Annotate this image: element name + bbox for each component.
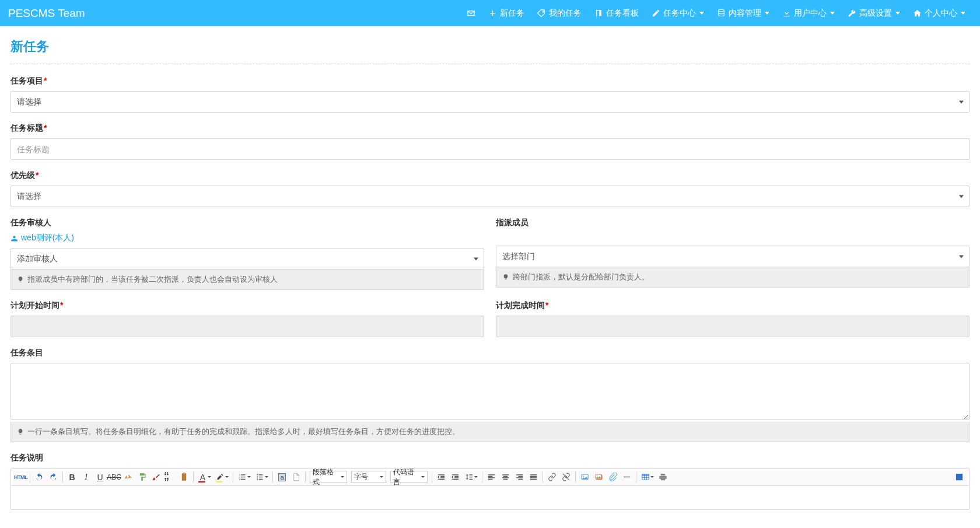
label-text: 任务标题 — [10, 123, 43, 132]
paragraph-format-select[interactable]: 段落格式 — [310, 471, 347, 483]
nav-task-center[interactable]: 任务中心 — [645, 0, 710, 26]
nav-label: 高级设置 — [859, 8, 892, 19]
plan-end-input[interactable] — [496, 316, 970, 337]
brand: PESCMS Team — [8, 7, 85, 20]
reviewer-link-text: web测评(本人) — [21, 233, 74, 243]
reviewer-self-link[interactable]: web测评(本人) — [10, 233, 74, 243]
format-painter-button[interactable] — [136, 471, 148, 483]
code-lang-select[interactable]: 代码语言 — [390, 471, 428, 483]
dept-select[interactable]: 选择部门 — [496, 246, 970, 267]
svg-point-2 — [257, 474, 258, 475]
add-reviewer-select[interactable]: 添加审核人 — [10, 248, 484, 270]
quote-button[interactable]: “ ” — [164, 471, 176, 483]
indent-left-button[interactable] — [435, 471, 447, 483]
line-height-button[interactable] — [463, 471, 475, 483]
tags-icon — [537, 9, 546, 18]
svg-rect-10 — [624, 477, 630, 477]
select-all-button[interactable]: a — [276, 471, 288, 483]
label-plan-end: 计划完成时间* — [496, 300, 970, 311]
image-multi-button[interactable] — [593, 471, 605, 483]
horizontal-rule-button[interactable] — [621, 471, 633, 483]
nav-user-center[interactable]: 用户中心 — [776, 0, 841, 26]
chevron-down-icon — [961, 12, 965, 15]
label-plan-start: 计划开始时间* — [10, 300, 484, 311]
required-asterisk: * — [60, 300, 63, 310]
unlink-button[interactable] — [560, 471, 572, 483]
strikethrough-button[interactable]: ABC — [108, 471, 120, 483]
user-icon — [10, 235, 18, 242]
nav-label: 任务看板 — [606, 8, 639, 19]
nav-personal-center[interactable]: 个人中心 — [907, 0, 972, 26]
svg-point-3 — [257, 477, 258, 478]
items-textarea[interactable] — [10, 363, 970, 420]
required-asterisk: * — [36, 170, 38, 180]
label-text: 计划完成时间 — [496, 300, 545, 310]
plan-start-input[interactable] — [10, 316, 484, 337]
toolbar-separator — [305, 472, 306, 482]
editor-body[interactable] — [11, 486, 969, 509]
brush-button[interactable] — [150, 471, 162, 483]
title-input[interactable] — [10, 138, 970, 160]
assign-hint: 跨部门指派，默认是分配给部门负责人。 — [496, 267, 970, 288]
align-left-button[interactable] — [485, 471, 498, 483]
attachment-button[interactable] — [607, 471, 619, 483]
link-button[interactable] — [546, 471, 558, 483]
font-color-button[interactable]: A — [197, 471, 209, 483]
home-icon — [913, 9, 922, 18]
svg-rect-12 — [642, 474, 649, 476]
required-asterisk: * — [44, 76, 47, 85]
nav-inbox[interactable] — [460, 0, 482, 26]
bg-color-button[interactable] — [214, 471, 226, 483]
page: 新任务 任务项目* 请选择 任务标题* 优先级* 请选择 任务审核人 — [0, 26, 980, 528]
svg-point-1 — [719, 9, 724, 12]
align-justify-button[interactable] — [527, 471, 540, 483]
nav-task-board[interactable]: 任务看板 — [588, 0, 645, 26]
source-button[interactable]: HTML — [15, 471, 27, 483]
clear-doc-button[interactable] — [290, 471, 302, 483]
wrench-icon — [848, 9, 856, 18]
font-size-select[interactable]: 字号 — [351, 471, 386, 483]
nav-label: 我的任务 — [549, 8, 582, 19]
label-text: 优先级 — [10, 170, 35, 180]
nav-label: 任务中心 — [663, 8, 696, 19]
unordered-list-button[interactable] — [254, 471, 266, 483]
topbar: PESCMS Team 新任务 我的任务 任务看板 任务中心 内容管理 — [0, 0, 980, 26]
reviewer-hint: 指派成员中有跨部门的，当该任务被二次指派，负责人也会自动设为审核人 — [10, 270, 484, 290]
svg-rect-13 — [956, 474, 963, 480]
image-single-button[interactable] — [579, 471, 591, 483]
undo-button[interactable] — [33, 471, 46, 483]
hint-text: 指派成员中有跨部门的，当该任务被二次指派，负责人也会自动设为审核人 — [27, 274, 278, 285]
bulb-icon — [502, 274, 509, 281]
fullscreen-button[interactable] — [953, 471, 965, 483]
nav-advanced-settings[interactable]: 高级设置 — [841, 0, 907, 26]
label-text: 任务审核人 — [10, 218, 51, 227]
project-select[interactable]: 请选择 — [10, 91, 970, 113]
underline-button[interactable]: U — [94, 471, 106, 483]
print-button[interactable] — [657, 471, 669, 483]
field-reviewer: 任务审核人 web测评(本人) 添加审核人 指派成员中有跨部门的，当该任务被二次… — [10, 218, 484, 290]
select-value: 请选择 — [17, 92, 951, 112]
label-title: 任务标题* — [10, 123, 970, 134]
indent-right-button[interactable] — [449, 471, 461, 483]
priority-select[interactable]: 请选择 — [10, 186, 970, 207]
page-title: 新任务 — [10, 38, 970, 64]
label-text: 指派成员 — [496, 218, 528, 227]
field-assign: 指派成员 选择部门 跨部门指派，默认是分配给部门负责人。 — [496, 218, 970, 290]
envelope-icon — [467, 9, 475, 18]
redo-button[interactable] — [47, 471, 60, 483]
italic-button[interactable]: I — [80, 471, 92, 483]
paste-button[interactable] — [178, 471, 190, 483]
align-right-button[interactable] — [513, 471, 526, 483]
bulb-icon — [17, 428, 24, 435]
chevron-down-icon — [895, 12, 900, 15]
ordered-list-button[interactable] — [236, 471, 249, 483]
align-center-button[interactable] — [499, 471, 512, 483]
svg-point-9 — [597, 475, 598, 477]
table-button[interactable] — [639, 471, 652, 483]
nav-new-task[interactable]: 新任务 — [482, 0, 531, 26]
nav-content-mgmt[interactable]: 内容管理 — [710, 0, 776, 26]
bold-button[interactable]: B — [66, 471, 78, 483]
nav-my-tasks[interactable]: 我的任务 — [531, 0, 588, 26]
field-plan-end: 计划完成时间* — [496, 300, 970, 337]
remove-format-button[interactable] — [122, 471, 134, 483]
